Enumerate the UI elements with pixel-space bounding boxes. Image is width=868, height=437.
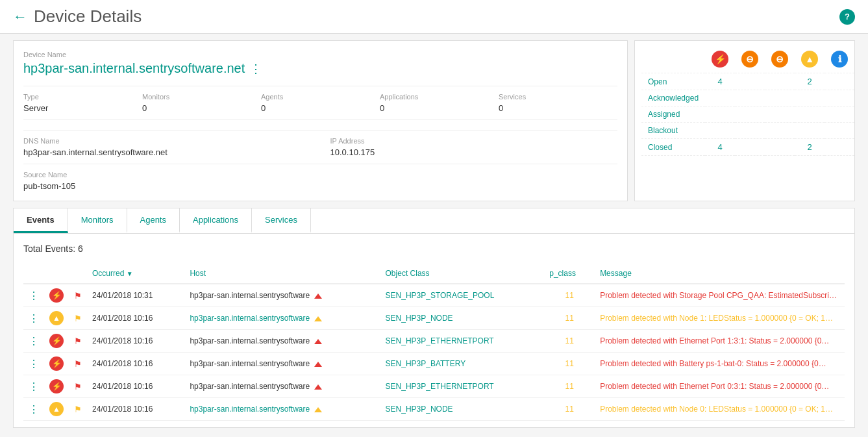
row-flag-icon: ⚑ <box>69 307 87 330</box>
title-area: ← Device Details <box>13 6 142 27</box>
host-link[interactable]: hp3par-san.internal.sentrysoftware <box>190 336 310 345</box>
col-message-header: Message <box>595 264 845 284</box>
alerts-row-warning <box>795 90 825 106</box>
row-dots[interactable]: ⋮ <box>23 284 44 307</box>
flag-icon: ⚑ <box>74 336 82 346</box>
row-severity-icon: ⚡ <box>44 330 69 353</box>
device-metrics-grid: Type Server Monitors 0 Agents 0 Applicat… <box>23 86 617 120</box>
device-menu-icon[interactable]: ⋮ <box>250 62 262 76</box>
object-class-link[interactable]: SEN_HP3P_ETHERNETPORT <box>386 336 494 345</box>
tabs-bar: Events Monitors Agents Applications Serv… <box>13 208 855 233</box>
row-p-class: 11 <box>544 307 595 330</box>
host-link[interactable]: hp3par-san.internal.sentrysoftware <box>190 314 310 323</box>
agents-col: Agents 0 <box>261 93 380 113</box>
row-object-class: SEN_HP3P_ETHERNETPORT <box>380 375 545 398</box>
events-table-body: ⋮ ⚡ ⚑ 24/01/2018 10:31 hp3par-san.intern… <box>23 284 845 421</box>
host-link[interactable]: hp3par-san.internal.sentrysoftware <box>190 382 310 391</box>
alerts-row: Closed 4 2 <box>641 139 854 156</box>
alerts-row-critical <box>705 106 735 123</box>
monitors-label: Monitors <box>142 93 251 101</box>
alerts-row-critical <box>705 90 735 106</box>
alerts-info-header: ℹ <box>825 47 854 73</box>
alerts-table-body: Open 4 2 Acknowledged Assigned Blackout <box>641 73 854 156</box>
tab-events[interactable]: Events <box>14 208 68 233</box>
object-class-link[interactable]: SEN_HP3P_BATTERY <box>386 359 466 368</box>
tab-agents[interactable]: Agents <box>127 208 180 233</box>
hat-icon <box>314 316 322 321</box>
row-occurred: 24/01/2018 10:16 <box>87 330 184 353</box>
row-host: hp3par-san.internal.sentrysoftware <box>184 330 380 353</box>
row-p-class: 11 <box>544 284 595 307</box>
alerts-row: Acknowledged <box>641 90 854 106</box>
object-class-link[interactable]: SEN_HP3P_NODE <box>386 405 453 414</box>
severity-badge: ▲ <box>49 402 64 416</box>
flag-icon: ⚑ <box>74 405 82 414</box>
hat-icon <box>314 293 322 299</box>
info-icon: ℹ <box>831 51 848 68</box>
alerts-row-critical <box>705 123 735 139</box>
row-dots[interactable]: ⋮ <box>23 307 44 330</box>
col-occurred-header[interactable]: Occurred ▼ <box>87 264 184 284</box>
tab-applications[interactable]: Applications <box>180 208 252 233</box>
alerts-row-warning <box>795 106 825 123</box>
host-link[interactable]: hp3par-san.internal.sentrysoftware <box>190 359 310 368</box>
alerts-row-info <box>825 123 854 139</box>
host-link[interactable]: hp3par-san.internal.sentrysoftware <box>190 405 310 414</box>
row-host: hp3par-san.internal.sentrysoftware <box>184 398 380 421</box>
alerts-minor-header: ⊖ <box>765 47 795 73</box>
row-message: Problem detected with Ethernet Port 1:3:… <box>595 330 845 353</box>
hat-icon <box>314 362 322 367</box>
row-severity-icon: ▲ <box>44 398 69 421</box>
table-row: ⋮ ⚡ ⚑ 24/01/2018 10:16 hp3par-san.intern… <box>23 375 845 398</box>
hat-icon <box>314 384 322 390</box>
object-class-link[interactable]: SEN_HP3P_ETHERNETPORT <box>386 382 494 391</box>
events-section: Total Events: 6 Occurred ▼ Host Object C… <box>13 233 855 428</box>
row-dots[interactable]: ⋮ <box>23 375 44 398</box>
row-host: hp3par-san.internal.sentrysoftware <box>184 353 380 375</box>
table-row: ⋮ ⚡ ⚑ 24/01/2018 10:31 hp3par-san.intern… <box>23 284 845 307</box>
severity-badge: ⚡ <box>49 334 64 348</box>
services-col: Services 0 <box>499 93 617 113</box>
alerts-row-minor <box>765 139 795 156</box>
row-host: hp3par-san.internal.sentrysoftware <box>184 375 380 398</box>
tab-monitors[interactable]: Monitors <box>68 208 127 233</box>
page-header: ← Device Details ? <box>0 0 868 34</box>
services-label: Services <box>499 93 608 101</box>
row-host: hp3par-san.internal.sentrysoftware <box>184 284 380 307</box>
agents-value: 0 <box>261 103 370 113</box>
alerts-row-major <box>735 106 765 123</box>
object-class-link[interactable]: SEN_HP3P_STORAGE_POOL <box>386 291 495 300</box>
severity-badge: ▲ <box>49 311 64 325</box>
row-severity-icon: ⚡ <box>44 353 69 375</box>
critical-icon: ⚡ <box>712 51 728 68</box>
alerts-row-major <box>735 73 765 90</box>
object-class-link[interactable]: SEN_HP3P_NODE <box>386 314 453 323</box>
row-flag-icon: ⚑ <box>69 330 87 353</box>
severity-badge: ⚡ <box>49 379 64 393</box>
row-message: Problem detected with Battery ps-1-bat-0… <box>595 353 845 375</box>
host-link[interactable]: hp3par-san.internal.sentrysoftware <box>190 291 310 300</box>
row-dots[interactable]: ⋮ <box>23 353 44 375</box>
back-button[interactable]: ← <box>13 8 27 25</box>
row-dots[interactable]: ⋮ <box>23 330 44 353</box>
row-severity-icon: ⚡ <box>44 375 69 398</box>
row-dots[interactable]: ⋮ <box>23 398 44 421</box>
hat-icon <box>314 407 322 412</box>
alerts-row: Blackout <box>641 123 854 139</box>
events-table: Occurred ▼ Host Object Class p_class Mes… <box>23 264 845 421</box>
table-row: ⋮ ▲ ⚑ 24/01/2018 10:16 hp3par-san.intern… <box>23 398 845 421</box>
alerts-row-major <box>735 123 765 139</box>
alerts-row: Open 4 2 <box>641 73 854 90</box>
alerts-header-row: ⚡ ⊖ ⊖ ▲ ℹ <box>641 47 854 73</box>
ip-label: IP Address <box>330 137 618 145</box>
alerts-row-info <box>825 139 854 156</box>
severity-badge: ⚡ <box>49 288 64 303</box>
table-row: ⋮ ▲ ⚑ 24/01/2018 10:16 hp3par-san.intern… <box>23 307 845 330</box>
alerts-row-label: Closed <box>641 139 705 156</box>
alerts-row-info <box>825 106 854 123</box>
help-button[interactable]: ? <box>839 9 855 25</box>
alerts-row-critical: 4 <box>705 73 735 90</box>
tab-services[interactable]: Services <box>252 208 311 233</box>
sort-arrow-icon: ▼ <box>127 270 133 277</box>
alerts-row-info <box>825 73 854 90</box>
